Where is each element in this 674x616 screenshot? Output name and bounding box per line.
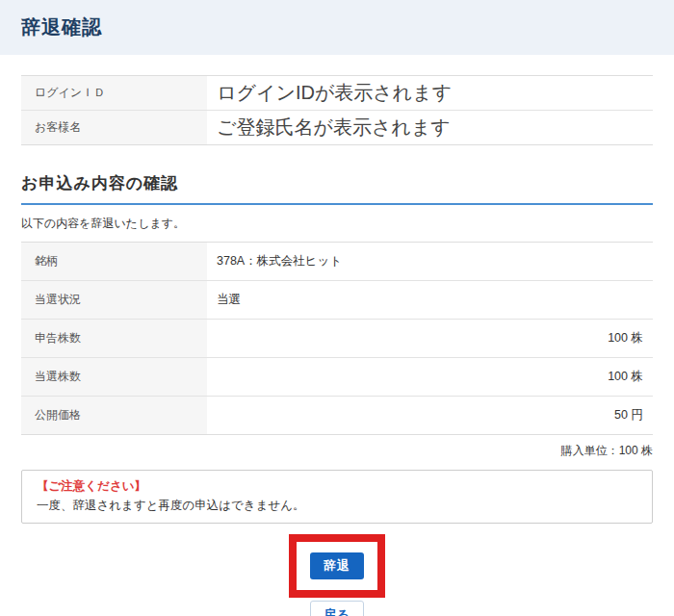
offering-price-value: 50 円 (207, 397, 653, 435)
table-row-stock: 銘柄 378A：株式会社ヒット (21, 243, 653, 281)
user-info-section: ログインＩＤ ログインIDが表示されます お客様名 ご登録氏名が表示されます (21, 75, 653, 145)
table-row-declared-shares: 申告株数 100 株 (21, 320, 653, 358)
lottery-status-value: 当選 (207, 281, 653, 320)
offering-price-label: 公開価格 (21, 397, 207, 435)
main-content: ログインＩＤ ログインIDが表示されます お客様名 ご登録氏名が表示されます お… (0, 55, 674, 616)
won-shares-value: 100 株 (207, 358, 653, 397)
button-area: 辞退 戻る (21, 534, 653, 616)
page-title: 辞退確認 (21, 14, 102, 40)
section-heading: お申込み内容の確認 (21, 172, 653, 205)
lottery-status-label: 当選状況 (21, 281, 207, 320)
stock-label: 銘柄 (21, 243, 207, 281)
back-button[interactable]: 戻る (310, 601, 364, 616)
application-details-table: 銘柄 378A：株式会社ヒット 当選状況 当選 申告株数 100 株 当選株数 … (21, 242, 653, 435)
notice-box: 【ご注意ください】 一度、辞退されますと再度の申込はできません。 (21, 470, 653, 524)
customer-name-label: お客様名 (21, 111, 207, 145)
purchase-unit-note: 購入単位：100 株 (21, 443, 653, 459)
page-header: 辞退確認 (0, 0, 674, 55)
decline-button[interactable]: 辞退 (310, 552, 364, 579)
login-id-value: ログインIDが表示されます (207, 76, 653, 111)
intro-text: 以下の内容を辞退いたします。 (21, 216, 653, 232)
declared-shares-label: 申告株数 (21, 320, 207, 358)
table-row-lottery-status: 当選状況 当選 (21, 281, 653, 320)
user-info-table: ログインＩＤ ログインIDが表示されます お客様名 ご登録氏名が表示されます (21, 75, 653, 145)
table-row-login-id: ログインＩＤ ログインIDが表示されます (21, 76, 653, 111)
won-shares-label: 当選株数 (21, 358, 207, 397)
declared-shares-value: 100 株 (207, 320, 653, 358)
login-id-label: ログインＩＤ (21, 76, 207, 111)
notice-title: 【ご注意ください】 (37, 478, 637, 495)
highlight-annotation-box: 辞退 (289, 534, 385, 598)
customer-name-value: ご登録氏名が表示されます (207, 111, 653, 145)
page: 辞退確認 ログインＩＤ ログインIDが表示されます お客様名 ご登録氏名が表示さ… (0, 0, 674, 616)
application-details-section: 銘柄 378A：株式会社ヒット 当選状況 当選 申告株数 100 株 当選株数 … (21, 242, 653, 435)
table-row-offering-price: 公開価格 50 円 (21, 397, 653, 435)
table-row-customer-name: お客様名 ご登録氏名が表示されます (21, 111, 653, 145)
stock-value: 378A：株式会社ヒット (207, 243, 653, 281)
table-row-won-shares: 当選株数 100 株 (21, 358, 653, 397)
notice-body: 一度、辞退されますと再度の申込はできません。 (37, 498, 637, 514)
